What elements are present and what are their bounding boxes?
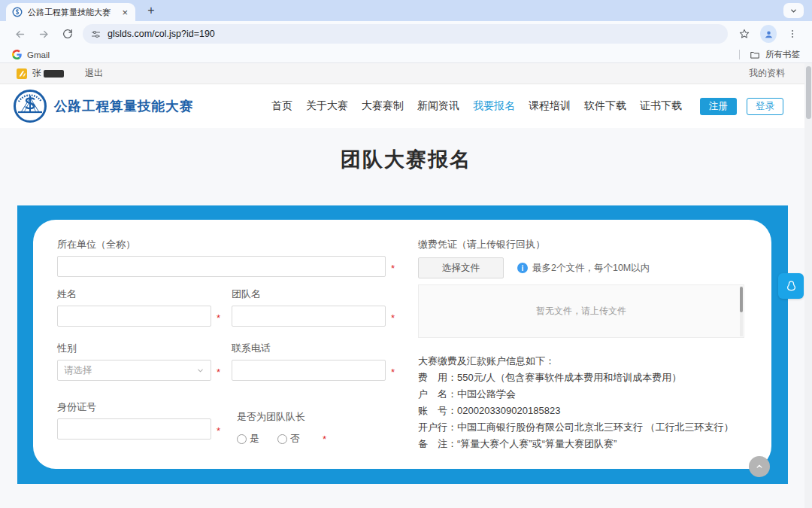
- chevron-down-icon: [789, 7, 798, 15]
- logout-link[interactable]: 退出: [85, 67, 103, 80]
- back-icon[interactable]: [11, 26, 28, 42]
- username-redacted: [44, 70, 64, 78]
- registration-panel: 所在单位（全称） * 姓名 * 团队名: [17, 205, 788, 484]
- scroll-to-top-button[interactable]: [749, 456, 770, 477]
- registration-card: 所在单位（全称） * 姓名 * 团队名: [33, 220, 771, 469]
- upload-hint: i 最多2个文件，每个10M以内: [517, 262, 650, 275]
- browser-tab-strip: 公路工程算量技能大赛 × +: [0, 0, 812, 21]
- payment-line: 大赛缴费及汇款账户信息如下：: [418, 353, 744, 370]
- tab-title: 公路工程算量技能大赛: [28, 7, 120, 18]
- required-mark: *: [391, 263, 395, 274]
- nav-training[interactable]: 课程培训: [529, 99, 571, 113]
- nav-software[interactable]: 软件下载: [584, 99, 626, 113]
- phone-label: 联系电话: [232, 342, 395, 354]
- unit-input[interactable]: [57, 256, 386, 277]
- reload-icon[interactable]: [59, 26, 76, 42]
- site-user-icon: [17, 68, 27, 79]
- all-bookmarks-label: 所有书签: [765, 49, 800, 60]
- site-header: 公路工程算量技能大赛 首页 关于大赛 大赛赛制 新闻资讯 我要报名 课程培训 软…: [0, 84, 812, 128]
- filebox-scrollbar-thumb[interactable]: [740, 287, 743, 312]
- required-mark: *: [217, 312, 220, 324]
- page-scrollbar-thumb[interactable]: [806, 66, 811, 119]
- id-field-group: 身份证号 *: [57, 400, 232, 449]
- tab-search-button[interactable]: [783, 3, 804, 18]
- leader-label: 是否为团队队长: [237, 410, 326, 424]
- nav-format[interactable]: 大赛赛制: [362, 99, 404, 113]
- unit-field-group: 所在单位（全称） *: [57, 238, 408, 277]
- new-tab-icon[interactable]: +: [143, 2, 159, 19]
- payment-line: 账 号：0200203309020185823: [418, 403, 744, 419]
- browser-menu-icon[interactable]: [784, 26, 801, 42]
- page-title: 团队大赛报名: [0, 128, 812, 176]
- bookmark-gmail[interactable]: Gmail: [12, 50, 50, 59]
- page-content: 团队大赛报名 所在单位（全称） * 姓名 *: [0, 128, 812, 508]
- site-logo[interactable]: [13, 89, 47, 123]
- gender-select[interactable]: 请选择: [57, 360, 211, 381]
- unit-label: 所在单位（全称）: [57, 238, 408, 251]
- site-name: 公路工程算量技能大赛: [54, 97, 193, 115]
- payment-line: 备 注：“算量大赛个人赛”或“算量大赛团队赛”: [418, 436, 744, 452]
- payment-line: 开户行：中国工商银行股份有限公司北京北三环支行 （工行北三环支行）: [418, 419, 744, 436]
- payment-line: 费 用：550元/人（包含赛事软件成本费用和培训成本费用）: [418, 370, 744, 386]
- name-field-group: 姓名 *: [57, 287, 232, 327]
- file-empty-text: 暂无文件，请上传文件: [536, 305, 626, 318]
- choose-file-button[interactable]: 选择文件: [418, 257, 504, 278]
- id-input[interactable]: [57, 418, 211, 440]
- required-mark: *: [391, 312, 395, 324]
- leader-no-radio[interactable]: [277, 434, 287, 444]
- main-nav: 首页 关于大赛 大赛赛制 新闻资讯 我要报名 课程培训 软件下载 证书下载: [271, 99, 682, 113]
- browser-tab[interactable]: 公路工程算量技能大赛 ×: [6, 3, 135, 21]
- phone-input[interactable]: [232, 360, 386, 381]
- id-label: 身份证号: [57, 400, 232, 413]
- gender-placeholder: 请选择: [64, 364, 92, 377]
- url-text: glslds.com/col.jsp?id=190: [108, 29, 215, 39]
- site-settings-icon[interactable]: [90, 29, 102, 40]
- team-input[interactable]: [232, 306, 386, 327]
- nav-home[interactable]: 首页: [271, 99, 292, 113]
- bookmarks-divider: [739, 50, 740, 59]
- name-input[interactable]: [57, 306, 211, 327]
- file-list-box[interactable]: 暂无文件，请上传文件: [418, 284, 744, 338]
- leader-field-group: 是否为团队队长 是 否 *: [237, 400, 326, 449]
- browser-toolbar: glslds.com/col.jsp?id=190: [0, 21, 812, 47]
- tab-close-icon[interactable]: ×: [120, 7, 129, 18]
- required-mark: *: [217, 425, 220, 437]
- phone-field-group: 联系电话 *: [232, 342, 395, 381]
- my-profile-link[interactable]: 我的资料: [749, 67, 785, 80]
- nav-about[interactable]: 关于大赛: [306, 99, 348, 113]
- upload-hint-text: 最多2个文件，每个10M以内: [532, 262, 650, 275]
- required-mark: *: [217, 367, 220, 378]
- nav-certificate[interactable]: 证书下载: [640, 99, 682, 113]
- username: 张: [32, 67, 41, 80]
- name-label: 姓名: [57, 287, 232, 300]
- form-right-column: 缴费凭证（请上传银行回执） 选择文件 i 最多2个文件，每个10M以内 暂无文件…: [418, 238, 744, 452]
- folder-icon: [750, 50, 760, 60]
- team-label: 团队名: [232, 287, 395, 300]
- forward-icon[interactable]: [35, 26, 52, 42]
- leader-yes-label: 是: [250, 432, 259, 446]
- chevron-down-icon: [196, 367, 205, 375]
- gender-label: 性别: [57, 342, 232, 354]
- login-button[interactable]: 登录: [747, 98, 783, 115]
- profile-avatar[interactable]: [760, 26, 777, 42]
- form-left-column: 所在单位（全称） * 姓名 * 团队名: [57, 238, 408, 449]
- required-mark: *: [323, 433, 326, 445]
- qq-chat-button[interactable]: [778, 273, 804, 299]
- leader-yes-radio[interactable]: [237, 434, 247, 444]
- nav-signup[interactable]: 我要报名: [473, 99, 515, 113]
- bookmark-star-icon[interactable]: [736, 26, 753, 42]
- register-button[interactable]: 注册: [700, 98, 737, 115]
- bookmark-gmail-label: Gmail: [27, 50, 50, 59]
- required-mark: *: [391, 367, 395, 378]
- upload-label: 缴费凭证（请上传银行回执）: [418, 238, 744, 251]
- site-user-bar: 张 退出 我的资料: [0, 63, 812, 84]
- qq-icon: [784, 279, 798, 294]
- info-icon: i: [517, 263, 528, 273]
- address-bar[interactable]: glslds.com/col.jsp?id=190: [83, 24, 728, 44]
- team-field-group: 团队名 *: [232, 287, 395, 327]
- nav-news[interactable]: 新闻资讯: [417, 99, 459, 113]
- all-bookmarks-button[interactable]: 所有书签: [750, 49, 800, 60]
- payment-line: 户 名：中国公路学会: [418, 386, 744, 403]
- page-scrollbar[interactable]: [804, 63, 812, 508]
- gender-field-group: 性别 请选择 *: [57, 342, 232, 381]
